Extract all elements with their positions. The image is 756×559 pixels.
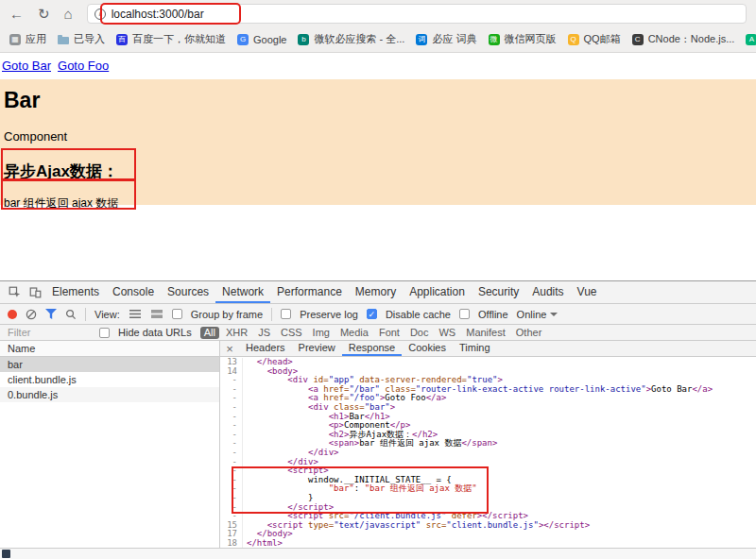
component-label: Component	[4, 129, 752, 144]
devtools-tab-vue[interactable]: Vue	[571, 281, 604, 303]
filter-type-media[interactable]: Media	[336, 327, 372, 339]
inspect-icon[interactable]	[4, 281, 25, 303]
line-number: -	[220, 466, 243, 476]
bookmark-item[interactable]: 词必应 词典	[416, 32, 476, 46]
filter-type-css[interactable]: CSS	[277, 327, 306, 339]
network-filter-input[interactable]	[8, 327, 91, 338]
filter-type-font[interactable]: Font	[375, 327, 404, 339]
filter-type-js[interactable]: JS	[254, 327, 274, 339]
bookmark-label: CNode：Node.js...	[648, 32, 735, 46]
address-bar[interactable]: i localhost:3000/bar	[87, 4, 747, 24]
bookmark-label: 微软必应搜索 - 全...	[314, 32, 404, 46]
response-code[interactable]: 13</head>14<body>-<div id="app" data-ser…	[220, 357, 756, 549]
bookmark-label: 必应 词典	[432, 32, 476, 46]
detail-tab-response[interactable]: Response	[342, 341, 403, 356]
page-link[interactable]: Goto Bar	[2, 59, 51, 73]
back-icon[interactable]: ←	[9, 7, 24, 21]
close-detail-icon[interactable]: ×	[220, 341, 239, 356]
url-text: localhost:3000/bar	[112, 8, 204, 21]
preserve-log-checkbox[interactable]	[281, 309, 291, 319]
filter-type-doc[interactable]: Doc	[406, 327, 433, 339]
refresh-icon[interactable]: ↻	[38, 7, 50, 21]
bookmark-label: 已导入	[74, 32, 105, 46]
bookmark-item[interactable]: b微软必应搜索 - 全...	[298, 32, 404, 46]
browser-chrome: ← ↻ ⌂ i localhost:3000/bar ▦应用已导入百百度一下，你…	[0, 0, 756, 53]
devtools-tab-console[interactable]: Console	[106, 281, 161, 303]
bookmark-item[interactable]: AAPICloud App开发	[746, 32, 756, 46]
record-icon[interactable]	[8, 310, 17, 319]
filter-type-ws[interactable]: WS	[435, 327, 459, 339]
info-icon[interactable]: i	[94, 8, 106, 20]
filter-type-other[interactable]: Other	[512, 327, 546, 339]
bookmark-item[interactable]: CCNode：Node.js...	[632, 32, 735, 46]
detail-tab-cookies[interactable]: Cookies	[402, 341, 453, 356]
group-by-frame-label: Group by frame	[191, 309, 263, 320]
network-filter-bar: Hide data URLs AllXHRJSCSSImgMediaFontDo…	[0, 325, 756, 341]
devtools-tab-audits[interactable]: Audits	[525, 281, 570, 303]
bookmark-label: 百度一下，你就知道	[132, 32, 226, 46]
search-icon[interactable]	[65, 309, 77, 320]
bookmark-item[interactable]: 已导入	[58, 32, 105, 46]
bookmark-label: Google	[253, 34, 286, 45]
bookmark-item[interactable]: QQQ邮箱	[568, 32, 621, 46]
devtools-tab-bar: ElementsConsoleSourcesNetworkPerformance…	[0, 281, 756, 304]
code-line: -<span>bar 组件返回 ajax 数据</span>	[220, 439, 756, 449]
filter-type-xhr[interactable]: XHR	[222, 327, 251, 339]
code-line: -<div class="bar">	[220, 403, 756, 413]
filter-type-all[interactable]: All	[200, 327, 219, 339]
devtools-status-bar	[0, 548, 756, 559]
request-row[interactable]: 0.bundle.js	[0, 387, 219, 402]
device-toolbar-icon[interactable]	[25, 281, 45, 303]
detail-tab-timing[interactable]: Timing	[453, 341, 497, 356]
devtools-tab-performance[interactable]: Performance	[270, 281, 349, 303]
requests-list: barclient.bundle.js0.bundle.js	[0, 357, 219, 402]
detail-tab-preview[interactable]: Preview	[292, 341, 342, 356]
bar-component-box: Bar Component 异步Ajax数据： bar 组件返回 ajax 数据	[0, 79, 756, 205]
console-drawer-icon[interactable]	[2, 550, 10, 558]
line-number: -	[220, 413, 243, 422]
devtools-tab-memory[interactable]: Memory	[349, 281, 403, 303]
bookmarks-bar: ▦应用已导入百百度一下，你就知道GGoogleb微软必应搜索 - 全...词必应…	[0, 27, 756, 51]
hide-data-urls-checkbox[interactable]	[99, 328, 110, 338]
bar-heading: Bar	[4, 79, 752, 113]
bookmark-label: 应用	[26, 32, 46, 46]
devtools-tab-network[interactable]: Network	[215, 281, 270, 303]
disable-cache-checkbox[interactable]	[367, 309, 377, 319]
throttling-value: Online	[517, 309, 547, 320]
offline-checkbox[interactable]	[459, 309, 470, 319]
page-content: Goto BarGoto Foo Bar Component 异步Ajax数据：…	[0, 54, 756, 280]
page-link[interactable]: Goto Foo	[58, 59, 109, 73]
filter-funnel-icon[interactable]	[45, 309, 57, 319]
code-line: -<a href="/foo">Goto Foo</a>	[220, 394, 756, 403]
devtools-tab-application[interactable]: Application	[403, 281, 472, 303]
code-line: -<a href="/bar" class="router-link-exact…	[220, 385, 756, 395]
filter-type-img[interactable]: Img	[309, 327, 334, 339]
request-row[interactable]: client.bundle.js	[0, 372, 219, 387]
view-large-icon[interactable]	[150, 309, 163, 319]
devtools-tab-elements[interactable]: Elements	[45, 281, 106, 303]
line-number: -	[220, 439, 243, 449]
bookmark-item[interactable]: 百百度一下，你就知道	[116, 32, 226, 46]
detail-tab-headers[interactable]: Headers	[239, 341, 292, 356]
home-icon[interactable]: ⌂	[64, 7, 73, 21]
bookmark-item[interactable]: ▦应用	[9, 32, 46, 46]
request-row[interactable]: bar	[0, 357, 219, 372]
devtools-tab-security[interactable]: Security	[472, 281, 525, 303]
bookmark-item[interactable]: GGoogle	[237, 34, 286, 45]
detail-tab-bar: × HeadersPreviewResponseCookiesTiming	[220, 341, 756, 357]
requests-column-header[interactable]: Name	[0, 341, 219, 357]
devtools-tab-sources[interactable]: Sources	[161, 281, 215, 303]
wechat-icon: 微	[489, 34, 500, 45]
devtools-panel: ElementsConsoleSourcesNetworkPerformance…	[0, 280, 756, 559]
disable-cache-label: Disable cache	[386, 309, 451, 320]
clear-icon[interactable]	[26, 309, 37, 320]
filter-type-manifest[interactable]: Manifest	[462, 327, 509, 339]
line-number: -	[220, 484, 243, 494]
code-line: -window.__INITIAL_STATE__ = {	[220, 476, 756, 485]
bookmark-item[interactable]: 微微信网页版	[489, 32, 557, 46]
group-by-frame-checkbox[interactable]	[172, 309, 182, 319]
line-number: -	[220, 385, 243, 395]
view-list-icon[interactable]	[129, 309, 142, 319]
throttling-select[interactable]: Online	[517, 309, 558, 320]
bing-icon: b	[298, 34, 309, 45]
